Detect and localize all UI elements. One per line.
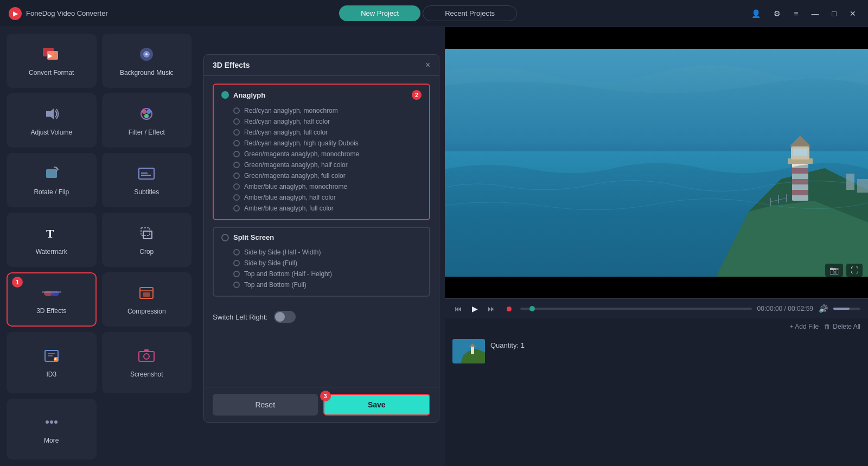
svg-point-10: [144, 114, 149, 118]
svg-point-5: [145, 53, 148, 55]
add-file-button[interactable]: + Add File: [790, 323, 819, 330]
sidebar-item-convert-format[interactable]: ▶ Convert Format: [7, 34, 97, 88]
split-option-1-radio[interactable]: [233, 260, 240, 266]
dialog-close-button[interactable]: ×: [425, 60, 430, 70]
screenshot-overlay-button[interactable]: 📷: [825, 264, 843, 277]
anaglyph-option-5[interactable]: Green/magenta anaglyph, half color: [221, 159, 422, 170]
tab-recent-projects[interactable]: Recent Projects: [423, 5, 517, 21]
svg-rect-23: [143, 292, 150, 297]
anaglyph-option-1-radio[interactable]: [233, 118, 240, 125]
svg-point-31: [144, 354, 149, 359]
main-layout: ▶ Convert Format Background Music Adjust…: [0, 27, 868, 466]
split-option-1[interactable]: Side by Side (Full): [221, 258, 422, 269]
sidebar-item-id3[interactable]: ID3: [7, 332, 97, 393]
svg-marker-6: [46, 108, 54, 119]
title-bar: ▶ FoneDog Video Converter New Project Re…: [0, 0, 868, 27]
anaglyph-option-6-radio[interactable]: [233, 173, 240, 179]
anaglyph-option-8-radio[interactable]: [233, 194, 240, 201]
anaglyph-option-0-radio[interactable]: [233, 107, 240, 114]
anaglyph-option-5-radio[interactable]: [233, 162, 240, 168]
anaglyph-option-6[interactable]: Green/magenta anaglyph, full color: [221, 170, 422, 181]
sidebar-item-subtitles[interactable]: Subtitles: [102, 153, 192, 207]
menu-button[interactable]: ≡: [790, 8, 801, 19]
dialog-body: Anaglyph 2 Red/cyan anaglyph, monochrom …: [204, 76, 439, 387]
sidebar-item-more[interactable]: More: [7, 399, 97, 460]
switch-left-right-toggle[interactable]: [274, 311, 296, 323]
sidebar-item-3d-effects[interactable]: 1 3D Effects: [7, 272, 97, 327]
tab-bar: New Project Recent Projects: [339, 5, 517, 21]
sidebar-item-adjust-volume[interactable]: Adjust Volume: [7, 93, 97, 148]
background-music-label: Background Music: [120, 69, 174, 76]
anaglyph-option-3-radio[interactable]: [233, 140, 240, 146]
anaglyph-option-8[interactable]: Amber/blue anaglyph, half color: [221, 192, 422, 203]
sidebar-item-crop[interactable]: Crop: [102, 213, 192, 267]
split-screen-radio[interactable]: [221, 234, 229, 241]
anaglyph-title: Anaglyph: [233, 91, 265, 99]
subtitles-label: Subtitles: [134, 188, 159, 196]
anaglyph-option-9-radio[interactable]: [233, 205, 240, 212]
split-option-0-radio[interactable]: [233, 249, 240, 256]
3d-effects-dialog: 3D Effects × Anaglyph 2 Red/cyan anaglyp…: [203, 54, 439, 423]
app-title: FoneDog Video Converter: [26, 9, 108, 17]
crop-icon: [137, 225, 156, 245]
split-option-3-radio[interactable]: [233, 282, 240, 288]
split-option-0[interactable]: Side by Side (Half - Width): [221, 247, 422, 258]
split-option-2-label: Top and Bottom (Half - Height): [244, 270, 332, 278]
play-button[interactable]: ▶: [470, 303, 480, 314]
user-button[interactable]: 👤: [748, 8, 764, 19]
thumbnail-0[interactable]: [452, 339, 485, 363]
maximize-button[interactable]: □: [829, 8, 840, 19]
switch-label: Switch Left Right:: [213, 313, 267, 321]
video-controls-overlay: 📷 ⛶: [825, 264, 863, 277]
sidebar-item-compression[interactable]: Compression: [102, 272, 192, 327]
settings-button[interactable]: ⚙: [770, 8, 784, 19]
anaglyph-option-4-label: Green/magenta anaglyph, monochrome: [244, 150, 359, 158]
svg-rect-32: [144, 349, 149, 352]
minimize-button[interactable]: —: [808, 8, 822, 19]
save-button[interactable]: 3 Save: [323, 394, 431, 416]
split-option-3[interactable]: Top and Bottom (Full): [221, 279, 422, 290]
video-controls-bar: ⏮ ▶ ⏭ ⏺ 00:00:00 / 00:02:59 🔊: [445, 298, 868, 318]
svg-marker-46: [789, 136, 811, 146]
close-button[interactable]: ✕: [846, 8, 859, 19]
app-logo: ▶: [9, 7, 22, 20]
sidebar-item-screenshot[interactable]: Screenshot: [102, 332, 192, 393]
delete-all-button[interactable]: 🗑 Delete All: [824, 323, 860, 330]
anaglyph-option-4-radio[interactable]: [233, 151, 240, 157]
anaglyph-option-2[interactable]: Red/cyan anaglyph, full color: [221, 127, 422, 138]
anaglyph-option-1[interactable]: Red/cyan anaglyph, half color: [221, 116, 422, 127]
fullscreen-button[interactable]: ⛶: [846, 264, 863, 277]
tab-new-project[interactable]: New Project: [339, 5, 420, 21]
anaglyph-option-4[interactable]: Green/magenta anaglyph, monochrome: [221, 149, 422, 159]
file-actions: + Add File 🗑 Delete All: [445, 318, 868, 335]
record-button[interactable]: ⏺: [503, 303, 515, 314]
anaglyph-option-7-radio[interactable]: [233, 183, 240, 190]
volume-icon: 🔊: [819, 304, 828, 313]
filter-effect-icon: [137, 105, 156, 125]
split-option-2[interactable]: Top and Bottom (Half - Height): [221, 269, 422, 279]
anaglyph-option-0-label: Red/cyan anaglyph, monochrom: [244, 107, 338, 114]
split-option-3-label: Top and Bottom (Full): [244, 281, 307, 289]
anaglyph-option-7[interactable]: Amber/blue anaglyph, monochrome: [221, 181, 422, 192]
video-preview: 📷 ⛶: [445, 27, 868, 298]
reset-button[interactable]: Reset: [213, 394, 318, 416]
sidebar-item-background-music[interactable]: Background Music: [102, 34, 192, 88]
sidebar-item-filter-effect[interactable]: Filter / Effect: [102, 93, 192, 148]
delete-icon: 🗑: [824, 323, 831, 330]
anaglyph-option-2-radio[interactable]: [233, 129, 240, 136]
skip-back-button[interactable]: ⏮: [452, 303, 464, 314]
delete-all-label: Delete All: [833, 323, 860, 330]
anaglyph-radio[interactable]: [221, 91, 229, 99]
split-option-2-radio[interactable]: [233, 271, 240, 277]
sidebar-item-watermark[interactable]: T Watermark: [7, 213, 97, 267]
anaglyph-option-9[interactable]: Amber/blue anaglyph, full color: [221, 203, 422, 214]
svg-text:T: T: [46, 227, 54, 240]
anaglyph-option-1-label: Red/cyan anaglyph, half color: [244, 118, 330, 125]
progress-bar[interactable]: [520, 308, 752, 310]
volume-bar[interactable]: [833, 308, 860, 310]
3d-effects-label: 3D Effects: [36, 307, 66, 315]
anaglyph-option-0[interactable]: Red/cyan anaglyph, monochrom: [221, 105, 422, 116]
sidebar-item-rotate-flip[interactable]: Rotate / Flip: [7, 153, 97, 207]
anaglyph-option-3[interactable]: Red/cyan anaglyph, high quality Dubois: [221, 138, 422, 149]
skip-forward-button[interactable]: ⏭: [486, 303, 497, 314]
